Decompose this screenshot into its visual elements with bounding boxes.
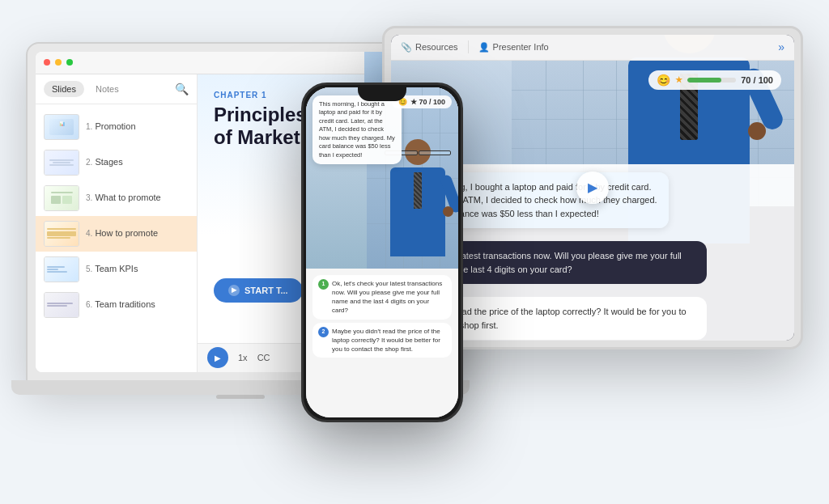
phone-story-bubble: This morning, I bought a laptop and paid…: [312, 95, 402, 165]
captions-control[interactable]: CC: [257, 353, 270, 362]
presenter-info-tab[interactable]: 👤 Presenter Info: [478, 42, 549, 53]
phone-option-1-num: 1: [318, 279, 329, 290]
close-dot: [44, 59, 50, 66]
maximize-dot: [66, 59, 73, 66]
search-button[interactable]: 🔍: [175, 83, 189, 95]
phone-presenter-area: 😊 ★ 70 / 100: [306, 87, 458, 269]
slide-thumb-4: [44, 221, 79, 247]
tablet-top-bar: 📎 Resources 👤 Presenter Info »: [391, 35, 794, 61]
speed-control[interactable]: 1x: [238, 353, 248, 362]
slide-item-4[interactable]: 4. How to promote: [36, 216, 197, 252]
slide-item-1[interactable]: 📊 1. Promotion: [36, 109, 197, 145]
minimize-dot: [55, 59, 62, 66]
slide-item-6[interactable]: 6. Team traditions: [36, 287, 197, 323]
play-button[interactable]: ▶: [207, 347, 228, 368]
phone-man-tie: [414, 172, 422, 209]
phone-option-1[interactable]: 1 Ok, let's check your latest transactio…: [312, 275, 452, 320]
slide-5-label: 5. Team KPIs: [86, 263, 138, 274]
phone-option-2[interactable]: 2 Maybe you didn't read the price of the…: [312, 323, 452, 358]
score-value: 70 / 100: [741, 75, 773, 85]
sidebar-tabs: Slides Notes 🔍: [36, 74, 197, 104]
slide-thumb-1: 📊: [44, 114, 79, 140]
slide-thumb-2: [44, 150, 79, 176]
laptop-notch: [216, 395, 265, 399]
tablet-play-button[interactable]: ▶: [576, 172, 609, 204]
slide-chapter: CHAPTER 1: [214, 91, 267, 100]
phone-score-value: ★ 70 / 100: [410, 98, 445, 106]
phone-option-1-text: Ok, let's check your latest transactions…: [332, 279, 446, 316]
slide-list: 📊 1. Promotion: [36, 104, 197, 372]
slide-item-5[interactable]: 5. Team KPIs: [36, 252, 197, 287]
slide-item-2[interactable]: 2. Stages: [36, 145, 197, 180]
phone-chat-area: 1 Ok, let's check your latest transactio…: [306, 269, 458, 417]
slide-3-label: 3. What to promote: [86, 192, 161, 203]
tab-separator: [468, 40, 469, 53]
notes-tab[interactable]: Notes: [87, 81, 127, 97]
tablet-score-bar: 😊 ★ 70 / 100: [648, 70, 781, 90]
slides-tab[interactable]: Slides: [44, 81, 84, 97]
presenter-icon: 👤: [478, 42, 490, 53]
slide-6-label: 6. Team traditions: [86, 299, 155, 310]
score-emoji: 😊: [657, 74, 670, 87]
resources-tab[interactable]: 📎 Resources: [401, 42, 458, 53]
phone-notch: [358, 85, 406, 101]
slide-thumb-5: [44, 256, 79, 282]
score-progress-bar: [687, 78, 736, 83]
sidebar: Slides Notes 🔍 📊 1. Promotion: [36, 74, 198, 372]
more-button[interactable]: »: [778, 40, 784, 53]
start-button[interactable]: ▶ START T...: [214, 278, 303, 303]
slide-thumb-3: [44, 185, 79, 211]
slide-item-3[interactable]: 3. What to promote: [36, 180, 197, 216]
play-icon: ▶: [228, 285, 240, 296]
scene: Slides Notes 🔍 📊 1. Promotion: [26, 18, 803, 487]
phone-option-2-text: Maybe you didn't read the price of the l…: [332, 327, 446, 354]
slide-4-label: 4. How to promote: [86, 227, 158, 239]
score-fill: [687, 78, 721, 83]
slide-2-label: 2. Stages: [86, 156, 123, 167]
phone-man-head: [405, 139, 431, 165]
score-stars: ★: [675, 75, 682, 84]
phone-device: 😊 ★ 70 / 100: [301, 83, 463, 422]
resources-icon: 📎: [401, 42, 412, 53]
slide-thumb-6: [44, 292, 79, 318]
phone-man-body: [390, 167, 445, 256]
phone-option-2-num: 2: [318, 327, 329, 337]
phone-content: 😊 ★ 70 / 100: [306, 87, 458, 417]
phone-screen: 😊 ★ 70 / 100: [306, 87, 458, 417]
slide-1-label: 1. Promotion: [86, 121, 136, 132]
